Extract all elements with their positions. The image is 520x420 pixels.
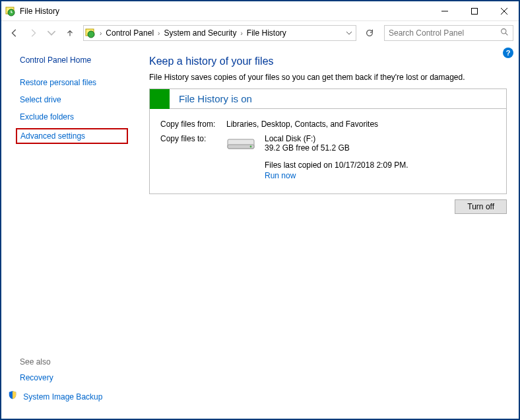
sidebar-link-exclude-folders[interactable]: Exclude folders bbox=[20, 112, 128, 122]
run-now-link[interactable]: Run now bbox=[265, 171, 296, 180]
main-panel: ? Keep a history of your files File Hist… bbox=[133, 45, 519, 417]
disk-space: 39.2 GB free of 51.2 GB bbox=[265, 143, 408, 153]
breadcrumb[interactable]: System and Security bbox=[161, 28, 239, 38]
up-button[interactable] bbox=[62, 25, 78, 41]
search-box[interactable] bbox=[384, 25, 513, 41]
search-input[interactable] bbox=[389, 28, 500, 38]
sidebar-link-restore[interactable]: Restore personal files bbox=[20, 78, 128, 87]
shield-icon bbox=[8, 390, 17, 400]
chevron-right-icon[interactable]: › bbox=[239, 30, 244, 37]
svg-point-12 bbox=[250, 146, 252, 148]
window-title: File History bbox=[20, 7, 430, 16]
svg-point-7 bbox=[88, 31, 94, 38]
minimize-button[interactable] bbox=[430, 1, 459, 20]
file-history-location-icon bbox=[85, 28, 96, 38]
disk-name: Local Disk (F:) bbox=[265, 134, 408, 143]
status-box: File History is on Copy files from: Libr… bbox=[149, 88, 507, 194]
see-also-title: See also bbox=[20, 357, 102, 367]
recent-dropdown[interactable] bbox=[44, 25, 59, 41]
last-copied: Files last copied on 10/17/2018 2:09 PM. bbox=[265, 160, 408, 170]
sidebar-link-select-drive[interactable]: Select drive bbox=[20, 95, 128, 104]
copy-from-label: Copy files from: bbox=[160, 120, 226, 129]
page-title: Keep a history of your files bbox=[149, 55, 507, 67]
chevron-right-icon[interactable]: › bbox=[98, 30, 103, 37]
window-controls bbox=[430, 1, 519, 20]
help-icon[interactable]: ? bbox=[503, 48, 513, 58]
status-header: File History is on bbox=[150, 89, 506, 109]
address-bar[interactable]: › Control Panel › System and Security › … bbox=[83, 25, 356, 41]
nav-toolbar: › Control Panel › System and Security › … bbox=[1, 21, 519, 45]
see-also-label: System Image Backup bbox=[23, 392, 102, 402]
sidebar: Control Panel Home Restore personal file… bbox=[1, 45, 133, 417]
status-swatch-icon bbox=[150, 89, 170, 109]
disk-icon bbox=[226, 135, 255, 154]
address-dropdown-icon[interactable] bbox=[344, 30, 354, 36]
copy-to-label: Copy files to: bbox=[160, 134, 226, 180]
svg-rect-3 bbox=[471, 8, 477, 14]
breadcrumb[interactable]: Control Panel bbox=[103, 28, 156, 38]
breadcrumb[interactable]: File History bbox=[244, 28, 289, 38]
chevron-right-icon[interactable]: › bbox=[156, 30, 161, 37]
titlebar: File History bbox=[1, 1, 519, 21]
file-history-app-icon bbox=[5, 6, 16, 17]
turn-off-button[interactable]: Turn off bbox=[455, 199, 507, 214]
page-description: File History saves copies of your files … bbox=[149, 73, 507, 82]
forward-button[interactable] bbox=[25, 25, 41, 41]
refresh-button[interactable] bbox=[362, 25, 377, 41]
close-button[interactable] bbox=[489, 1, 519, 20]
see-also-recovery[interactable]: Recovery bbox=[20, 373, 102, 382]
search-icon[interactable] bbox=[500, 28, 509, 38]
status-text: File History is on bbox=[170, 93, 252, 104]
svg-point-8 bbox=[502, 29, 506, 34]
see-also-system-image-backup[interactable]: System Image Backup bbox=[20, 390, 102, 402]
svg-line-9 bbox=[505, 33, 507, 35]
see-also-section: See also Recovery System Image Backup bbox=[20, 357, 102, 409]
sidebar-link-advanced-settings[interactable]: Advanced settings bbox=[20, 131, 123, 141]
control-panel-home-link[interactable]: Control Panel Home bbox=[20, 55, 128, 65]
maximize-button[interactable] bbox=[459, 1, 489, 20]
copy-from-value: Libraries, Desktop, Contacts, and Favori… bbox=[226, 120, 496, 129]
back-button[interactable] bbox=[7, 25, 22, 41]
see-also-label: Recovery bbox=[20, 373, 53, 382]
